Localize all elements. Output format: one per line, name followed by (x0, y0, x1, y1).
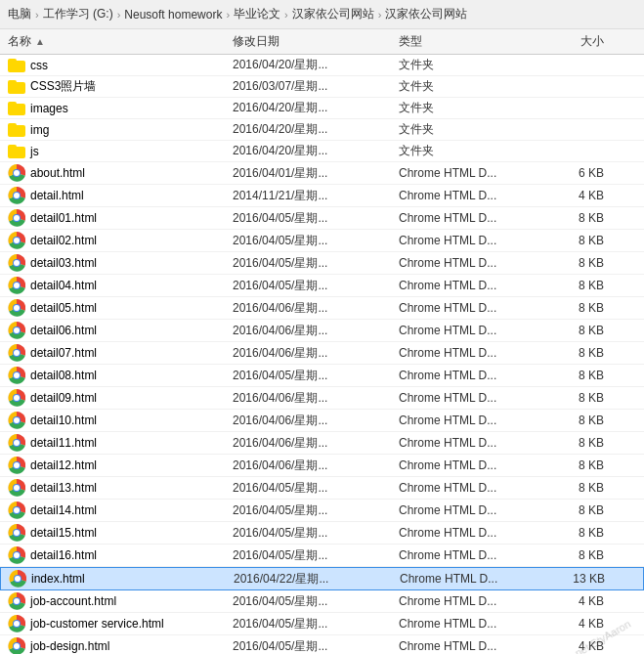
file-type: Chrome HTML D... (399, 436, 526, 450)
file-row[interactable]: job-design.html 2016/04/05/星期... Chrome … (0, 635, 644, 654)
file-name-text: index.html (31, 572, 85, 586)
file-size: 13 KB (527, 572, 605, 586)
file-type: Chrome HTML D... (399, 166, 526, 180)
file-row[interactable]: img 2016/04/20/星期... 文件夹 (0, 119, 644, 141)
chrome-icon (8, 479, 25, 497)
file-size: 4 KB (526, 617, 604, 631)
file-name: detail03.html (8, 254, 233, 272)
file-date: 2016/04/05/星期... (233, 480, 399, 497)
file-row[interactable]: detail16.html 2016/04/05/星期... Chrome HT… (0, 545, 644, 567)
file-date: 2016/04/05/星期... (233, 233, 399, 249)
file-date: 2016/04/05/星期... (233, 278, 399, 294)
file-row[interactable]: detail05.html 2016/04/06/星期... Chrome HT… (0, 297, 644, 320)
file-row[interactable]: index.html 2016/04/22/星期... Chrome HTML … (0, 567, 644, 590)
file-date: 2016/04/06/星期... (233, 458, 399, 474)
file-name: job-customer service.html (8, 615, 233, 632)
file-name: detail.html (8, 187, 233, 204)
file-name-text: job-customer service.html (30, 617, 164, 631)
file-row[interactable]: detail04.html 2016/04/05/星期... Chrome HT… (0, 275, 644, 297)
breadcrumb-neusoft[interactable]: Neusoft homework (124, 8, 222, 22)
file-row[interactable]: js 2016/04/20/星期... 文件夹 (0, 141, 644, 162)
file-size: 8 KB (526, 256, 604, 270)
svg-point-53 (14, 552, 20, 558)
folder-icon (8, 145, 25, 158)
file-row[interactable]: detail09.html 2016/04/06/星期... Chrome HT… (0, 387, 644, 410)
file-name: detail01.html (8, 209, 233, 227)
file-type: Chrome HTML D... (399, 503, 526, 517)
file-date: 2016/04/05/星期... (233, 525, 399, 542)
file-name-text: detail03.html (30, 256, 97, 270)
file-size: 8 KB (526, 526, 604, 540)
file-name-text: detail.html (30, 189, 84, 202)
file-row[interactable]: job-customer service.html 2016/04/05/星期.… (0, 613, 644, 635)
file-name-text: detail05.html (30, 301, 97, 315)
breadcrumb-drive[interactable]: 工作学习 (G:) (43, 6, 113, 22)
file-row[interactable]: CSS3照片墙 2016/03/07/星期... 文件夹 (0, 76, 644, 98)
col-date-header[interactable]: 修改日期 (233, 33, 399, 50)
file-row[interactable]: detail14.html 2016/04/05/星期... Chrome HT… (0, 500, 644, 522)
chrome-icon (8, 412, 25, 429)
file-type: Chrome HTML D... (399, 548, 526, 562)
file-row[interactable]: detail06.html 2016/04/06/星期... Chrome HT… (0, 320, 644, 342)
file-name-text: detail16.html (30, 548, 97, 562)
file-size: 4 KB (526, 594, 604, 608)
file-type: Chrome HTML D... (399, 391, 526, 405)
folder-icon (8, 59, 25, 72)
breadcrumb-thesis[interactable]: 毕业论文 (234, 6, 280, 22)
file-row[interactable]: images 2016/04/20/星期... 文件夹 (0, 98, 644, 119)
file-row[interactable]: job-account.html 2016/04/05/星期... Chrome… (0, 590, 644, 613)
file-name: detail04.html (8, 277, 233, 294)
file-row[interactable]: css 2016/04/20/星期... 文件夹 (0, 55, 644, 76)
file-name: detail06.html (8, 322, 233, 339)
file-row[interactable]: about.html 2016/04/01/星期... Chrome HTML … (0, 162, 644, 185)
file-date: 2016/04/06/星期... (233, 300, 399, 317)
chrome-icon (8, 367, 25, 384)
file-name: detail12.html (8, 457, 233, 474)
chrome-icon (8, 389, 25, 407)
file-name-text: detail14.html (30, 503, 97, 517)
file-row[interactable]: detail.html 2014/11/21/星期... Chrome HTML… (0, 185, 644, 207)
file-date: 2016/04/06/星期... (233, 345, 399, 362)
svg-point-38 (14, 440, 20, 446)
file-row[interactable]: detail01.html 2016/04/05/星期... Chrome HT… (0, 207, 644, 230)
breadcrumb-current[interactable]: 汉家依公司网站 (385, 6, 467, 22)
file-name: detail13.html (8, 479, 233, 497)
file-type: Chrome HTML D... (399, 526, 526, 540)
file-date: 2016/04/05/星期... (233, 593, 399, 610)
file-row[interactable]: detail08.html 2016/04/05/星期... Chrome HT… (0, 365, 644, 387)
file-size: 8 KB (526, 324, 604, 337)
file-name: about.html (8, 164, 233, 182)
col-size-header[interactable]: 大小 (526, 33, 604, 50)
file-row[interactable]: detail15.html 2016/04/05/星期... Chrome HT… (0, 522, 644, 545)
file-name: detail07.html (8, 344, 233, 362)
chrome-icon (9, 570, 26, 588)
file-date: 2016/04/06/星期... (233, 323, 399, 339)
col-name-header[interactable]: 名称 ▲ (8, 33, 233, 50)
file-row[interactable]: detail12.html 2016/04/06/星期... Chrome HT… (0, 455, 644, 477)
file-size: 8 KB (526, 458, 604, 472)
file-row[interactable]: detail13.html 2016/04/05/星期... Chrome HT… (0, 477, 644, 500)
file-date: 2014/11/21/星期... (233, 188, 399, 204)
file-name-text: detail09.html (30, 391, 97, 405)
breadcrumb-pc[interactable]: 电脑 (8, 6, 31, 22)
file-name-text: job-account.html (30, 594, 116, 608)
svg-point-62 (14, 621, 20, 627)
col-type-header[interactable]: 类型 (399, 33, 526, 50)
file-name-text: detail11.html (30, 436, 97, 450)
svg-point-65 (14, 643, 20, 649)
file-row[interactable]: detail03.html 2016/04/05/星期... Chrome HT… (0, 252, 644, 275)
chrome-icon (8, 254, 25, 272)
file-row[interactable]: detail11.html 2016/04/06/星期... Chrome HT… (0, 432, 644, 455)
file-row[interactable]: detail07.html 2016/04/06/星期... Chrome HT… (0, 342, 644, 365)
chrome-icon (8, 637, 25, 654)
file-row[interactable]: detail10.html 2016/04/06/星期... Chrome HT… (0, 410, 644, 432)
file-size: 4 KB (526, 639, 604, 653)
folder-icon (8, 102, 25, 115)
file-type: Chrome HTML D... (400, 572, 527, 586)
svg-point-8 (14, 215, 20, 221)
breadcrumb-site[interactable]: 汉家依公司网站 (292, 6, 374, 22)
file-type: Chrome HTML D... (399, 594, 526, 608)
chrome-icon (8, 322, 25, 339)
file-row[interactable]: detail02.html 2016/04/05/星期... Chrome HT… (0, 230, 644, 252)
svg-point-26 (14, 350, 20, 356)
